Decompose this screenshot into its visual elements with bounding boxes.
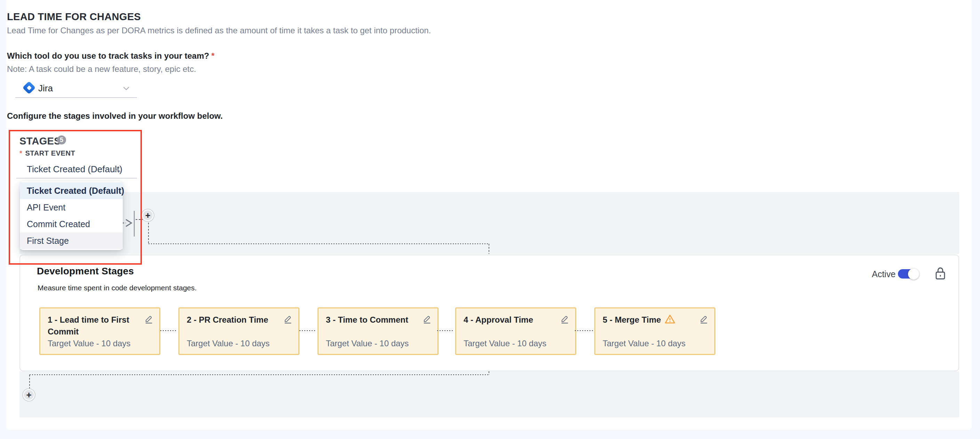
active-toggle[interactable] bbox=[898, 269, 918, 279]
plus-icon: + bbox=[24, 390, 34, 400]
jira-icon bbox=[23, 82, 35, 94]
workflow-lane-bottom bbox=[19, 371, 959, 417]
dropdown-option-ticket-created[interactable]: Ticket Created (Default) bbox=[20, 182, 123, 199]
start-event-dropdown: Ticket Created (Default) API Event Commi… bbox=[20, 181, 123, 250]
stages-count-badge: 5 bbox=[57, 135, 66, 144]
stage-card-2[interactable]: 2 - PR Creation Time Target Value - 10 d… bbox=[178, 307, 299, 355]
stages-heading: STAGES bbox=[19, 135, 61, 147]
start-event-label: *START EVENT bbox=[19, 149, 75, 157]
plus-icon: + bbox=[143, 211, 153, 220]
page-description: Lead Time for Changes as per DORA metric… bbox=[7, 26, 431, 35]
stage-card-4[interactable]: 4 - Approval Time Target Value - 10 days bbox=[455, 307, 576, 355]
start-event-select[interactable]: Ticket Created (Default) bbox=[16, 162, 137, 179]
required-asterisk: * bbox=[19, 149, 22, 157]
add-stage-button-bottom[interactable]: + bbox=[22, 388, 35, 401]
stage-title: 2 - PR Creation Time bbox=[187, 314, 274, 326]
stage-target-value: Target Value - 10 days bbox=[187, 339, 269, 349]
stage-card-5[interactable]: 5 - Merge Time Target Value - 10 days bbox=[594, 307, 715, 355]
development-stages-panel: Development Stages Measure time spent in… bbox=[19, 255, 959, 371]
dropdown-option-first-stage[interactable]: First Stage bbox=[20, 232, 123, 249]
panel-subtitle: Measure time spent in code development s… bbox=[38, 284, 197, 292]
edit-icon[interactable] bbox=[699, 314, 709, 324]
active-label: Active bbox=[872, 269, 896, 279]
stage-target-value: Target Value - 10 days bbox=[326, 339, 409, 349]
required-asterisk: * bbox=[211, 51, 214, 60]
edit-icon[interactable] bbox=[283, 314, 293, 324]
stage-target-value: Target Value - 10 days bbox=[48, 339, 130, 349]
edit-icon[interactable] bbox=[144, 314, 154, 324]
stage-title: 4 - Approval Time bbox=[464, 314, 551, 326]
warning-icon bbox=[665, 314, 675, 324]
stage-title: 5 - Merge Time bbox=[603, 314, 690, 326]
tool-question-text: Which tool do you use to track tasks in … bbox=[7, 51, 209, 60]
stage-target-value: Target Value - 10 days bbox=[603, 339, 686, 349]
start-event-select-value: Ticket Created (Default) bbox=[27, 164, 123, 175]
stage-card-3[interactable]: 3 - Time to Comment Target Value - 10 da… bbox=[318, 307, 439, 355]
dropdown-option-api-event[interactable]: API Event bbox=[20, 199, 123, 216]
toggle-knob bbox=[908, 268, 919, 280]
stage-target-value: Target Value - 10 days bbox=[464, 339, 546, 349]
stage-title: 1 - Lead time to First Commit bbox=[48, 314, 135, 338]
workflow-lane-top bbox=[19, 192, 959, 254]
tool-note: Note: A task could be a new feature, sto… bbox=[7, 64, 196, 74]
tool-select[interactable]: Jira bbox=[15, 79, 137, 98]
dropdown-option-commit-created[interactable]: Commit Created bbox=[20, 216, 123, 232]
page-title: LEAD TIME FOR CHANGES bbox=[7, 11, 141, 22]
configure-instruction: Configure the stages involved in your wo… bbox=[7, 111, 223, 121]
panel-title: Development Stages bbox=[37, 266, 134, 277]
stage-card-1[interactable]: 1 - Lead time to First Commit Target Val… bbox=[39, 307, 160, 355]
add-stage-button-top[interactable]: + bbox=[141, 209, 154, 222]
stage-title: 3 - Time to Comment bbox=[326, 314, 414, 326]
tool-select-value: Jira bbox=[38, 83, 53, 94]
tool-question: Which tool do you use to track tasks in … bbox=[7, 51, 215, 61]
edit-icon[interactable] bbox=[422, 314, 432, 324]
lock-icon[interactable] bbox=[934, 266, 947, 281]
chevron-up-icon bbox=[113, 166, 122, 175]
edit-icon[interactable] bbox=[560, 314, 570, 324]
lead-time-config-page: { "header": { "title": "LEAD TIME FOR CH… bbox=[0, 0, 980, 439]
chevron-down-icon bbox=[122, 84, 131, 93]
